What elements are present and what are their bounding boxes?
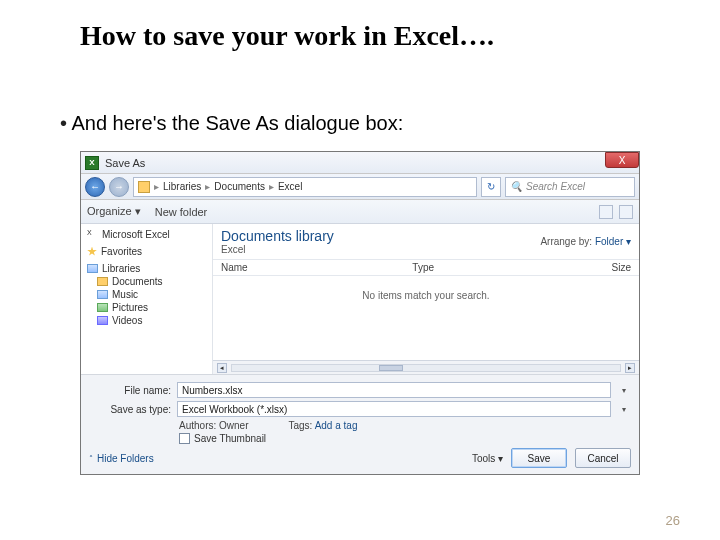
excel-app-icon: X: [85, 156, 99, 170]
page-number: 26: [666, 513, 680, 528]
dialog-titlebar: X Save As X: [81, 152, 639, 174]
library-title: Documents library: [221, 228, 334, 244]
scroll-thumb[interactable]: [379, 365, 403, 371]
dialog-title: Save As: [105, 157, 145, 169]
nav-label: Libraries: [102, 263, 140, 274]
column-size[interactable]: Size: [549, 262, 631, 273]
save-button[interactable]: Save: [511, 448, 567, 468]
save-thumbnail-checkbox[interactable]: [179, 433, 190, 444]
nav-microsoft-excel[interactable]: X Microsoft Excel: [85, 228, 208, 241]
scroll-right-icon[interactable]: ▸: [625, 363, 635, 373]
nav-label: Videos: [112, 315, 142, 326]
chevron-down-icon[interactable]: ▾: [617, 405, 631, 414]
search-placeholder: Search Excel: [526, 181, 585, 192]
file-list-pane: Documents library Excel Arrange by: Fold…: [213, 224, 639, 374]
authors-label: Authors:: [179, 420, 216, 431]
file-name-input[interactable]: Numbers.xlsx: [177, 382, 611, 398]
column-headers[interactable]: Name Type Size: [213, 260, 639, 276]
empty-list-message: No items match your search.: [213, 276, 639, 360]
tools-menu[interactable]: Tools ▾: [472, 453, 503, 464]
tags-label: Tags:: [288, 420, 312, 431]
arrange-value[interactable]: Folder ▾: [595, 236, 631, 247]
scroll-track[interactable]: [231, 364, 621, 372]
nav-libraries[interactable]: Libraries: [85, 262, 208, 275]
dialog-toolbar: Organize ▾ New folder: [81, 200, 639, 224]
horizontal-scrollbar[interactable]: ◂ ▸: [213, 360, 639, 374]
libraries-icon: [87, 264, 98, 273]
folder-icon: [97, 277, 108, 286]
hide-folders-toggle[interactable]: ˄ Hide Folders: [89, 453, 154, 464]
save-as-dialog: X Save As X ← → ▸ Libraries ▸ Documents …: [80, 151, 640, 475]
authors-value[interactable]: Owner: [219, 420, 248, 431]
nav-label: Favorites: [101, 246, 142, 257]
arrange-label: Arrange by:: [540, 236, 592, 247]
pictures-icon: [97, 303, 108, 312]
nav-label: Pictures: [112, 302, 148, 313]
nav-pictures[interactable]: Pictures: [85, 301, 208, 314]
library-header: Documents library Excel Arrange by: Fold…: [213, 224, 639, 260]
dialog-body: X Microsoft Excel Favorites Libraries Do…: [81, 224, 639, 374]
navigation-pane: X Microsoft Excel Favorites Libraries Do…: [81, 224, 213, 374]
help-icon[interactable]: [619, 205, 633, 219]
crumb-excel[interactable]: Excel: [278, 181, 302, 192]
save-form: File name: Numbers.xlsx ▾ Save as type: …: [81, 374, 639, 474]
nav-videos[interactable]: Videos: [85, 314, 208, 327]
file-name-label: File name:: [89, 385, 171, 396]
authors-field[interactable]: Authors: Owner: [179, 420, 248, 431]
slide-title: How to save your work in Excel….: [0, 0, 720, 52]
scroll-left-icon[interactable]: ◂: [217, 363, 227, 373]
save-thumbnail-row[interactable]: Save Thumbnail: [179, 433, 631, 444]
refresh-button[interactable]: ↻: [481, 177, 501, 197]
nav-documents[interactable]: Documents: [85, 275, 208, 288]
address-bar-row: ← → ▸ Libraries ▸ Documents ▸ Excel ↻ 🔍 …: [81, 174, 639, 200]
nav-label: Music: [112, 289, 138, 300]
nav-forward-button[interactable]: →: [109, 177, 129, 197]
search-input[interactable]: 🔍 Search Excel: [505, 177, 635, 197]
crumb-documents[interactable]: Documents: [214, 181, 265, 192]
organize-menu[interactable]: Organize ▾: [87, 205, 141, 218]
chevron-right-icon: ▸: [267, 181, 276, 192]
hide-folders-label: Hide Folders: [97, 453, 154, 464]
nav-favorites[interactable]: Favorites: [85, 245, 208, 258]
breadcrumb[interactable]: ▸ Libraries ▸ Documents ▸ Excel: [133, 177, 477, 197]
cancel-button[interactable]: Cancel: [575, 448, 631, 468]
library-subtitle: Excel: [221, 244, 334, 255]
nav-label: Microsoft Excel: [102, 229, 170, 240]
save-as-type-select[interactable]: Excel Workbook (*.xlsx): [177, 401, 611, 417]
tags-field[interactable]: Tags: Add a tag: [288, 420, 357, 431]
search-icon: 🔍: [510, 181, 522, 192]
nav-back-button[interactable]: ←: [85, 177, 105, 197]
column-type[interactable]: Type: [412, 262, 549, 273]
chevron-down-icon[interactable]: ▾: [617, 386, 631, 395]
arrange-by[interactable]: Arrange by: Folder ▾: [540, 236, 631, 247]
save-as-type-label: Save as type:: [89, 404, 171, 415]
crumb-libraries[interactable]: Libraries: [163, 181, 201, 192]
chevron-up-icon: ˄: [89, 454, 93, 463]
save-thumbnail-label: Save Thumbnail: [194, 433, 266, 444]
column-name[interactable]: Name: [221, 262, 412, 273]
nav-music[interactable]: Music: [85, 288, 208, 301]
close-button[interactable]: X: [605, 152, 639, 168]
view-options-icon[interactable]: [599, 205, 613, 219]
star-icon: [87, 247, 97, 257]
videos-icon: [97, 316, 108, 325]
music-icon: [97, 290, 108, 299]
folder-icon: [138, 181, 150, 193]
tags-value[interactable]: Add a tag: [315, 420, 358, 431]
nav-label: Documents: [112, 276, 163, 287]
chevron-right-icon: ▸: [203, 181, 212, 192]
new-folder-button[interactable]: New folder: [155, 206, 208, 218]
excel-app-icon: X: [87, 229, 98, 240]
chevron-right-icon: ▸: [152, 181, 161, 192]
slide-bullet: And here's the Save As dialogue box:: [0, 52, 720, 145]
